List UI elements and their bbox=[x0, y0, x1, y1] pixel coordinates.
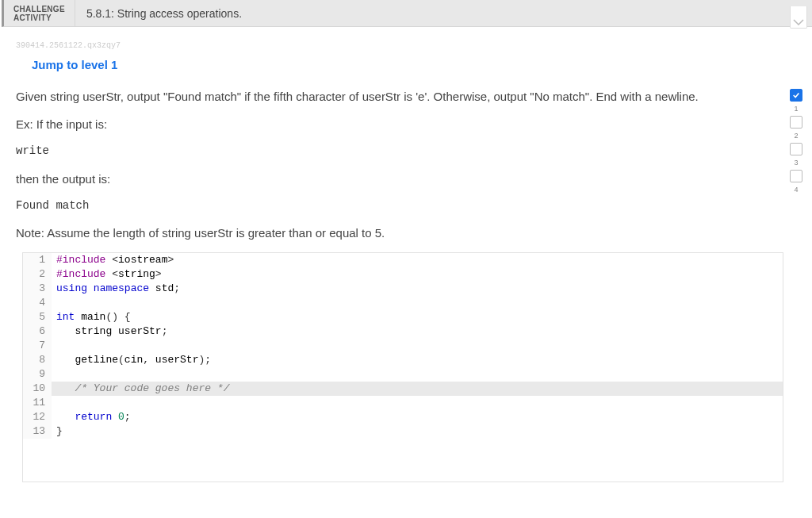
example-input: write bbox=[16, 144, 745, 159]
code-text[interactable] bbox=[52, 367, 783, 382]
code-line[interactable]: 7 bbox=[23, 339, 783, 353]
code-text[interactable]: return 0; bbox=[52, 410, 783, 424]
code-line[interactable]: 12 return 0; bbox=[23, 410, 783, 424]
collapse-toggle[interactable] bbox=[790, 6, 807, 29]
check-icon bbox=[792, 91, 800, 99]
line-number: 3 bbox=[23, 282, 52, 296]
label-line1: CHALLENGE bbox=[13, 5, 65, 13]
code-text[interactable]: int main() { bbox=[52, 310, 783, 324]
level-number: 2 bbox=[794, 132, 798, 140]
note-text: Note: Assume the length of string userSt… bbox=[16, 224, 745, 241]
code-line[interactable]: 6 string userStr; bbox=[23, 324, 783, 339]
code-line[interactable]: 9 bbox=[23, 367, 783, 382]
level-box[interactable] bbox=[790, 170, 802, 182]
code-text[interactable]: #include <iostream> bbox=[52, 253, 783, 267]
code-text[interactable]: } bbox=[52, 424, 783, 439]
line-number: 11 bbox=[23, 396, 52, 410]
code-line[interactable]: 8 getline(cin, userStr); bbox=[23, 353, 783, 367]
level-progress: 1234 bbox=[790, 89, 802, 194]
code-text[interactable]: #include <string> bbox=[52, 267, 783, 282]
code-line[interactable]: 5int main() { bbox=[23, 310, 783, 324]
label-line2: ACTIVITY bbox=[13, 13, 65, 22]
content-area: 390414.2561122.qx3zqy7 Jump to level 1 1… bbox=[0, 27, 812, 482]
code-text[interactable] bbox=[52, 396, 783, 410]
code-text[interactable]: using namespace std; bbox=[52, 282, 783, 296]
code-line[interactable]: 10 /* Your code goes here */ bbox=[23, 382, 783, 396]
line-number: 13 bbox=[23, 424, 52, 439]
line-number: 10 bbox=[23, 382, 52, 396]
chevron-down-icon bbox=[793, 19, 804, 25]
line-number: 1 bbox=[23, 253, 52, 267]
code-text[interactable]: /* Your code goes here */ bbox=[52, 382, 783, 396]
code-text[interactable] bbox=[52, 339, 783, 353]
line-number: 2 bbox=[23, 267, 52, 282]
code-text[interactable]: getline(cin, userStr); bbox=[52, 353, 783, 367]
code-text[interactable]: string userStr; bbox=[52, 324, 783, 339]
level-number: 1 bbox=[794, 105, 798, 113]
hash-id: 390414.2561122.qx3zqy7 bbox=[0, 27, 812, 53]
challenge-title: 5.8.1: String access operations. bbox=[75, 0, 253, 26]
level-box[interactable] bbox=[790, 116, 802, 129]
challenge-label: CHALLENGE ACTIVITY bbox=[4, 0, 75, 26]
code-line[interactable]: 13} bbox=[23, 424, 783, 439]
example-label: Ex: If the input is: bbox=[16, 116, 745, 132]
line-number: 5 bbox=[23, 310, 52, 324]
prompt-text: Given string userStr, output "Found matc… bbox=[16, 88, 745, 105]
line-number: 9 bbox=[23, 367, 52, 382]
level-number: 4 bbox=[794, 186, 798, 194]
level-number: 3 bbox=[794, 159, 798, 167]
problem-statement: Given string userStr, output "Found matc… bbox=[0, 72, 777, 241]
line-number: 6 bbox=[23, 324, 52, 339]
code-line[interactable]: 11 bbox=[23, 396, 783, 410]
code-editor[interactable]: 1#include <iostream>2#include <string>3u… bbox=[22, 252, 783, 482]
code-line[interactable]: 1#include <iostream> bbox=[23, 253, 783, 267]
challenge-header: CHALLENGE ACTIVITY 5.8.1: String access … bbox=[2, 0, 812, 27]
then-label: then the output is: bbox=[16, 171, 745, 187]
code-line[interactable]: 2#include <string> bbox=[23, 267, 783, 282]
level-box[interactable] bbox=[790, 89, 802, 102]
code-line[interactable]: 4 bbox=[23, 296, 783, 310]
line-number: 8 bbox=[23, 353, 52, 367]
code-line[interactable]: 3using namespace std; bbox=[23, 282, 783, 296]
jump-to-level-link[interactable]: Jump to level 1 bbox=[0, 53, 117, 71]
code-text[interactable] bbox=[52, 296, 783, 310]
line-number: 4 bbox=[23, 296, 52, 310]
level-box[interactable] bbox=[790, 143, 802, 155]
line-number: 7 bbox=[23, 339, 52, 353]
line-number: 12 bbox=[23, 410, 52, 424]
example-output: Found match bbox=[16, 198, 745, 214]
